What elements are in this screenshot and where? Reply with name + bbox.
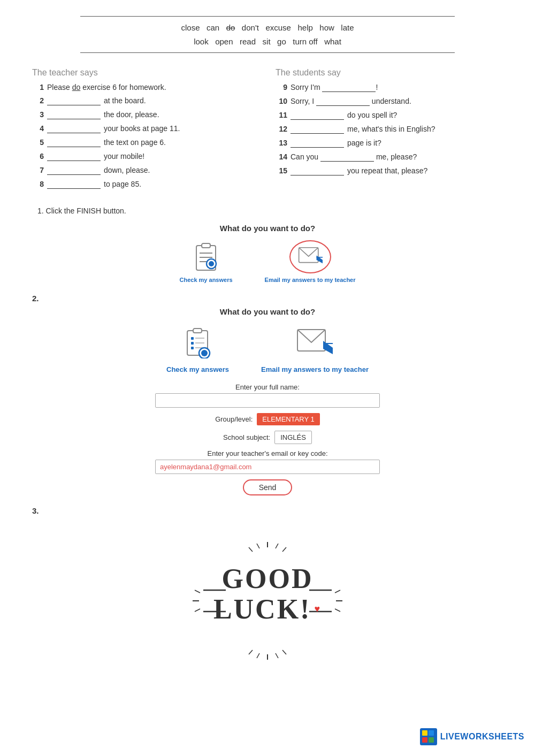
student-item-10: 10 Sorry, I understand. — [276, 97, 503, 106]
svg-rect-14 — [191, 342, 194, 345]
heart-icon: ♥ — [314, 604, 322, 615]
step-2-block: 2. What do you want to do? — [32, 294, 503, 495]
email-answers-option-small[interactable]: Email my answers to my teacher — [265, 240, 356, 283]
student-item-12: 12 me, what's this in English? — [276, 125, 503, 134]
blank-field — [47, 110, 101, 119]
item-text: at the board. — [104, 96, 146, 105]
blank-field — [291, 111, 344, 120]
good-luck-section: GOOD LUCK! ♥ — [32, 526, 503, 651]
blank-field — [291, 125, 344, 134]
item-num: 1 — [32, 83, 44, 91]
item-num: 8 — [32, 180, 44, 188]
good-luck-line1: GOOD — [213, 563, 322, 594]
teacher-item-2: 2 at the board. — [32, 96, 259, 105]
item-num: 15 — [276, 166, 287, 175]
name-label: Enter your full name: — [155, 383, 380, 391]
word-bank-row1: close can do don't excuse help how late — [91, 21, 444, 35]
item-num: 5 — [32, 138, 44, 147]
item-text: Please do exercise 6 for homework. — [47, 83, 166, 91]
blank-field — [291, 139, 344, 148]
mini-options: Check my answers Email my answers to my … — [32, 240, 503, 283]
icon-sq-1 — [422, 730, 427, 736]
student-item-14: 14 Can you me, please? — [276, 152, 503, 162]
item-num: 11 — [276, 111, 287, 119]
email-circle — [289, 240, 331, 273]
teacher-item-7: 7 down, please. — [32, 166, 259, 175]
word-bank: close can do don't excuse help how late … — [80, 16, 455, 53]
group-label: Group/level: — [215, 415, 253, 423]
email-answers-option[interactable]: Email my answers to my teacher — [261, 324, 369, 373]
item-text: Sorry I'm ! — [291, 83, 378, 92]
item-text: do you spell it? — [347, 111, 397, 119]
subject-value: INGLÉS — [274, 431, 312, 444]
step-1-instruction: 1. Click the FINISH button. — [32, 207, 503, 215]
name-row: Enter your full name: — [155, 383, 380, 408]
student-item-13: 13 page is it? — [276, 139, 503, 148]
svg-line-29 — [276, 653, 278, 658]
teacher-item-1: 1 Please do exercise 6 for homework. — [32, 83, 259, 91]
email-form: Enter your full name: Group/level: ELEME… — [155, 383, 380, 495]
blank-field — [47, 152, 101, 161]
clipboard-icon — [184, 326, 212, 358]
svg-rect-11 — [193, 329, 202, 333]
icon-sq-3 — [422, 737, 427, 743]
liveworksheets-text: LIVEWORKSHEETS — [440, 732, 524, 742]
item-num: 13 — [276, 139, 287, 147]
item-text: Can you me, please? — [291, 152, 417, 162]
step-3-num: 3. — [32, 506, 503, 515]
icon-sq-2 — [429, 730, 434, 736]
student-item-9: 9 Sorry I'm ! — [276, 83, 503, 92]
svg-line-26 — [282, 547, 286, 552]
email-answers-icon-area — [296, 324, 334, 361]
item-text: the text on page 6. — [104, 138, 166, 147]
teacher-list: 1 Please do exercise 6 for homework. 2 a… — [32, 83, 259, 189]
item-text: down, please. — [104, 166, 150, 174]
svg-line-31 — [282, 650, 286, 654]
check-answers-label-small: Check my answers — [179, 277, 232, 283]
svg-line-25 — [257, 544, 259, 548]
teacher-item-4: 4 your books at page 11. — [32, 124, 259, 133]
name-input[interactable] — [155, 393, 380, 408]
group-row: Group/level: ELEMENTARY 1 — [155, 413, 380, 425]
teacher-item-8: 8 to page 85. — [32, 180, 259, 189]
blank-field — [47, 96, 101, 105]
strikethrough-do: do — [226, 23, 235, 32]
item-num: 10 — [276, 97, 287, 105]
students-list: 9 Sorry I'm ! 10 Sorry, I understand. 11… — [276, 83, 503, 175]
send-button[interactable]: Send — [243, 479, 293, 495]
subject-label: School subject: — [223, 433, 270, 441]
liveworksheets-logo[interactable]: LIVEWORKSHEETS — [420, 728, 524, 745]
liveworksheets-icon — [420, 728, 437, 745]
step-3-block: 3. — [32, 506, 503, 651]
students-column: The students say 9 Sorry I'm ! 10 Sorry,… — [276, 68, 503, 194]
students-column-title: The students say — [276, 68, 503, 78]
good-luck-text-area: GOOD LUCK! ♥ — [192, 553, 343, 635]
teacher-item-6: 6 your mobile! — [32, 152, 259, 161]
item-text: your mobile! — [104, 152, 144, 161]
word-bank-row2: look open read sit go turn off what — [91, 35, 444, 49]
good-luck-line2: LUCK! ♥ — [213, 594, 322, 624]
subject-row: School subject: INGLÉS — [155, 431, 380, 444]
item-num: 14 — [276, 152, 287, 161]
svg-rect-1 — [202, 243, 210, 248]
what-title-2: What do you want to do? — [32, 307, 503, 316]
item-text: you repeat that, please? — [347, 166, 427, 175]
svg-line-30 — [257, 653, 259, 658]
item-num: 6 — [32, 152, 44, 161]
teacher-email-row: Enter your teacher's email or key code: — [155, 449, 380, 474]
svg-line-24 — [276, 544, 278, 548]
svg-rect-12 — [191, 337, 194, 340]
check-answers-option-small[interactable]: Check my answers — [179, 241, 232, 283]
svg-line-27 — [249, 547, 253, 552]
teacher-item-5: 5 the text on page 6. — [32, 138, 259, 147]
step-1-block: 1. Click the FINISH button. What do you … — [32, 207, 503, 283]
check-answers-option[interactable]: Check my answers — [166, 324, 229, 373]
item-text: your books at page 11. — [104, 124, 180, 133]
item-text: page is it? — [347, 139, 381, 147]
teacher-email-input[interactable] — [155, 460, 380, 474]
teacher-column-title: The teacher says — [32, 68, 259, 78]
item-num: 2 — [32, 96, 44, 105]
step2-what-section: What do you want to do? — [32, 307, 503, 373]
teacher-item-3: 3 the door, please. — [32, 110, 259, 119]
svg-point-19 — [201, 350, 208, 356]
